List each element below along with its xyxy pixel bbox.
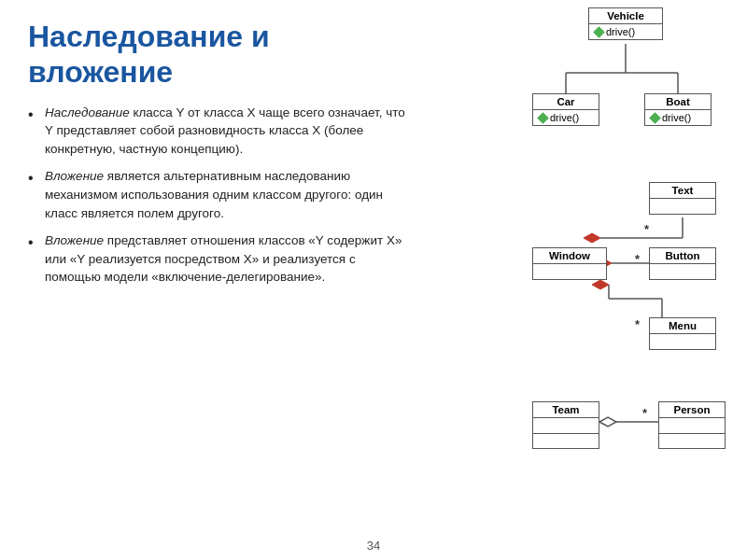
car-header: Car	[533, 94, 599, 110]
vehicle-header: Vehicle	[589, 8, 662, 24]
star-4: *	[642, 406, 647, 420]
left-panel: Наследование и вложение Наследование кла…	[0, 0, 430, 560]
vehicle-method: drive()	[589, 24, 662, 39]
page-number: 34	[367, 539, 380, 553]
car-method: drive()	[533, 110, 599, 125]
text-box: Text	[649, 182, 716, 215]
bullet-2-italic: Вложение	[45, 169, 104, 183]
person-box: Person	[658, 401, 726, 449]
svg-marker-14	[592, 280, 609, 289]
window-box: Window	[532, 247, 607, 280]
button-header: Button	[650, 248, 715, 264]
boat-method: drive()	[645, 110, 711, 125]
slide-title: Наследование и вложение	[28, 19, 411, 91]
bullet-2: Вложение является альтернативным наследо…	[28, 167, 411, 222]
star-2: *	[635, 252, 640, 266]
star-3: *	[635, 317, 640, 331]
team-header: Team	[533, 402, 599, 418]
bullet-3: Вложение представляет отношения классов …	[28, 231, 411, 287]
text-header: Text	[650, 183, 715, 199]
car-box: Car drive()	[532, 93, 599, 126]
bullet-1: Наследование класса Y от класса X чаще в…	[28, 104, 411, 159]
svg-marker-16	[599, 417, 616, 427]
bullet-3-italic: Вложение	[45, 233, 104, 247]
boat-header: Boat	[645, 94, 711, 110]
vehicle-diamond	[593, 26, 605, 38]
person-header: Person	[659, 402, 725, 418]
slide: Наследование и вложение Наследование кла…	[0, 0, 747, 560]
boat-diamond	[649, 112, 661, 124]
bullet-1-italic: Наследование	[45, 105, 130, 119]
star-1: *	[644, 222, 649, 236]
menu-box: Menu	[649, 317, 716, 350]
boat-box: Boat drive()	[644, 93, 712, 126]
window-header: Window	[533, 248, 606, 264]
button-box: Button	[649, 247, 716, 280]
svg-marker-8	[584, 233, 600, 243]
vehicle-box: Vehicle drive()	[588, 7, 663, 40]
bullet-list: Наследование класса Y от класса X чаще в…	[28, 104, 411, 296]
right-panel: Vehicle drive() Car drive() Boat drive()	[430, 0, 747, 560]
car-diamond	[537, 112, 549, 124]
team-box: Team	[532, 401, 599, 449]
menu-header: Menu	[650, 318, 715, 334]
